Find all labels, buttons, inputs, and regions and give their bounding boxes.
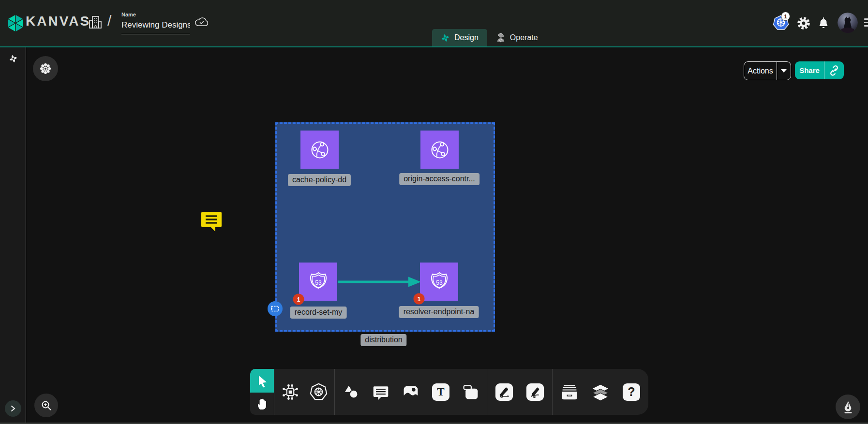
design-name-label: Name [121,12,136,17]
note-tool[interactable] [462,383,480,401]
layers-icon [591,383,610,401]
hand-icon [256,397,269,410]
node-origin-access-control[interactable] [420,131,459,169]
user-avatar[interactable] [838,13,858,33]
cloudfront-globe-icon [308,138,331,161]
breadcrumb-separator: / [107,13,111,29]
node-cache-policy[interactable] [300,131,339,169]
text-tool[interactable]: T [432,383,450,401]
kanvas-logo-icon[interactable] [7,14,24,32]
actions-dropdown[interactable]: Actions [744,61,791,80]
shapes-tool[interactable] [342,383,360,401]
cloud-saved-icon [195,16,209,28]
pencil-scribble-icon [529,386,541,398]
help-tool[interactable]: ? [622,383,641,401]
copy-link-button[interactable] [824,61,844,79]
zoom-in-button[interactable] [34,394,58,417]
svg-text:53: 53 [315,279,322,286]
meshery-logo-icon[interactable] [9,54,18,63]
pen-tool[interactable] [495,383,513,401]
caret-down-icon [781,69,787,73]
link-icon [829,65,839,76]
route53-shield-icon: 53 [427,270,451,294]
whiteboard-pen-button[interactable] [836,395,860,419]
help-glyph: ? [623,383,640,401]
image-tool[interactable] [402,383,420,401]
actions-label[interactable]: Actions [744,62,777,80]
status-badge[interactable]: 1 [414,293,425,305]
notifications-bell-icon[interactable] [817,16,830,29]
pen-nib-icon [842,400,854,414]
sidebar-expand-button[interactable] [5,400,21,417]
designs-drawer-tool[interactable] [560,383,579,401]
pencil-draw-tool[interactable] [526,383,544,401]
component-tool[interactable] [281,383,299,401]
canvas-comment-marker[interactable] [200,209,223,233]
brand-title: KANVAS [26,14,90,29]
sticky-note-icon [462,383,479,401]
route53-shield-icon: 53 [306,270,330,294]
design-name-input[interactable] [121,19,190,34]
share-label[interactable]: Share [795,61,824,79]
tab-operate[interactable]: Operate [487,29,547,46]
tab-design-label: Design [454,33,479,42]
edge-record-to-resolver[interactable] [336,276,423,288]
organization-icon[interactable] [89,15,102,29]
settings-gear-icon[interactable] [796,16,811,30]
canvas-settings-flower-button[interactable] [33,56,58,81]
shapes-icon [342,383,360,401]
node-label: record-set-my [290,307,347,319]
kubernetes-wheel-icon [310,383,328,401]
tab-operate-label: Operate [510,33,538,42]
cursor-arrow-icon [256,374,269,388]
node-label: cache-policy-dd [288,174,351,186]
share-button[interactable]: Share [795,61,844,79]
group-collapse-handle[interactable] [268,301,283,316]
actions-caret-button[interactable] [777,62,791,80]
drawer-archive-icon [560,383,579,401]
kubernetes-tool[interactable] [309,383,328,401]
node-label: origin-access-contr... [399,173,479,185]
pen-bezier-icon [498,386,510,398]
app-header: KANVAS / Name [0,0,868,47]
design-swirl-icon [441,33,450,43]
chip-icon [282,383,299,401]
image-icon [402,383,419,401]
mode-tabs: Design Operate [432,29,547,46]
operator-headset-icon [496,33,506,43]
comment-bubble-icon [372,383,389,401]
layers-tool[interactable] [591,383,610,401]
node-resolver-endpoint[interactable]: 53 [420,263,458,301]
pan-tool[interactable] [250,393,274,415]
select-tool[interactable] [250,369,274,393]
group-label: distribution [360,334,406,346]
node-label: resolver-endpoint-na [399,306,479,318]
left-sidebar [0,47,26,424]
comment-tool[interactable] [372,383,390,401]
canvas-tool-dock: T [250,369,648,415]
menu-hamburger-icon[interactable] [864,18,868,29]
text-tool-glyph: T [432,383,449,401]
node-record-set[interactable]: 53 [299,263,337,301]
cloudfront-globe-icon [428,138,451,161]
magnifier-plus-icon [41,400,52,411]
tab-design[interactable]: Design [432,29,487,46]
svg-text:53: 53 [436,279,443,286]
kubernetes-count-badge: 1 [781,12,790,21]
status-badge[interactable]: 1 [293,294,304,305]
